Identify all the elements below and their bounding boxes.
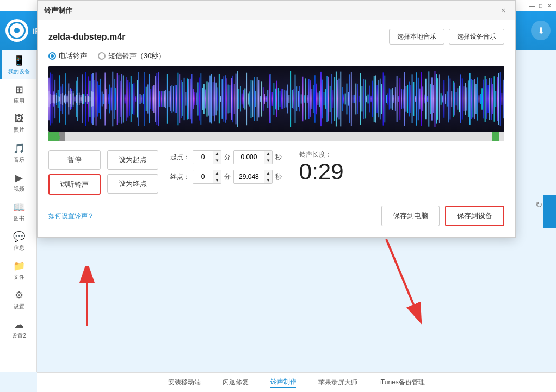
bottom-item-screen-recorder[interactable]: 苹果录屏大师: [318, 378, 357, 387]
duration-value: 0:29: [299, 160, 344, 183]
sidebar-files-label: 文件: [14, 273, 24, 281]
sidebar-music-label: 音乐: [14, 156, 24, 164]
start-sec-arrows: ▲ ▼: [264, 150, 272, 164]
waveform-container[interactable]: [48, 66, 504, 132]
sidebar-music-icon: 🎵: [13, 142, 25, 154]
time-label-start: 0:00: [50, 135, 60, 141]
close-button[interactable]: ×: [545, 1, 554, 10]
end-sec-arrows: ▲ ▼: [264, 170, 272, 184]
footer-buttons: 保存到电脑 保存到设备: [381, 206, 504, 226]
sidebar-photos-icon: 🖼: [14, 113, 24, 125]
bottom-item-install-mobile[interactable]: 安装移动端: [168, 378, 201, 387]
ringtone-dialog: 铃声制作 × zelda-dubstep.m4r 选择本地音乐 选择设备音乐 电…: [37, 0, 516, 238]
btn-pause[interactable]: 暂停: [48, 150, 101, 170]
dialog-close-button[interactable]: ×: [498, 5, 509, 16]
download-button[interactable]: ⬇: [531, 21, 551, 40]
sidebar-ebook-icon: 📖: [13, 201, 25, 213]
sidebar-ebook-label: 图书: [14, 215, 24, 222]
help-link[interactable]: 如何设置铃声？: [48, 211, 94, 221]
end-min-arrows: ▲ ▼: [213, 170, 221, 184]
end-time-row: 终点： ▲ ▼ 分 ▲ ▼: [170, 170, 282, 184]
sidebar-video-icon: ▶: [15, 172, 23, 184]
sidebar-apps-label: 应用: [14, 97, 24, 105]
logo-inner: [8, 22, 26, 39]
radio-phone-label: 电话铃声: [59, 51, 87, 61]
sidebar-item-icloud[interactable]: ☁ 设置2: [0, 314, 36, 344]
dialog-header: 铃声制作 ×: [38, 1, 515, 20]
sidebar-settings-icon: ⚙: [15, 289, 23, 301]
start-label: 起点：: [170, 153, 190, 162]
btn-save-device[interactable]: 保存到设备: [445, 206, 504, 226]
controls-row: 暂停 试听铃声 设为起点 设为终点 起点： ▲ ▼: [48, 150, 504, 195]
sidebar-item-my-device[interactable]: 📱 我的设备: [0, 50, 36, 79]
start-min-down[interactable]: ▼: [213, 157, 221, 164]
duration-area: 铃声长度： 0:29: [299, 150, 344, 183]
radio-phone-indicator: [48, 52, 56, 60]
radio-row: 电话铃声 短信铃声（30秒）: [48, 51, 504, 61]
start-sec-spinbox[interactable]: ▲ ▼: [233, 150, 273, 164]
logo-eye: [14, 28, 20, 33]
end-min-value[interactable]: [193, 170, 213, 184]
sidebar-item-apps[interactable]: ⊞ 应用: [0, 79, 36, 109]
end-sec-down[interactable]: ▼: [264, 177, 272, 184]
end-min-down[interactable]: ▼: [213, 177, 221, 184]
end-sec-spinbox[interactable]: ▲ ▼: [233, 170, 273, 184]
sidebar-item-message[interactable]: 💬 信息: [0, 226, 36, 256]
radio-phone-ringtone[interactable]: 电话铃声: [48, 51, 87, 61]
btn-device-music[interactable]: 选择设备音乐: [449, 29, 504, 45]
sidebar-item-settings[interactable]: ⚙ 设置: [0, 285, 36, 314]
end-min-up[interactable]: ▲: [213, 170, 221, 177]
logo-icon: [5, 19, 28, 42]
start-min-spinbox[interactable]: ▲ ▼: [193, 150, 221, 164]
btn-set-end[interactable]: 设为终点: [107, 174, 158, 194]
end-min-spinbox[interactable]: ▲ ▼: [193, 170, 221, 184]
btn-local-music[interactable]: 选择本地音乐: [389, 29, 444, 45]
sidebar-item-photos[interactable]: 🖼 照片: [0, 109, 36, 138]
bottom-item-itunes-backup[interactable]: iTunes备份管理: [379, 378, 425, 387]
sidebar-item-files[interactable]: 📁 文件: [0, 256, 36, 285]
end-sec-up[interactable]: ▲: [264, 170, 272, 177]
end-min-unit: 分: [224, 172, 231, 182]
restore-button[interactable]: □: [536, 1, 545, 10]
sidebar: 📱 我的设备 ⊞ 应用 🖼 照片 🎵 音乐 ▶ 视频 📖 图书 💬 信息 📁 文…: [0, 50, 37, 372]
sidebar-files-icon: 📁: [13, 260, 25, 272]
end-label: 终点：: [170, 172, 190, 182]
start-sec-down[interactable]: ▼: [264, 157, 272, 164]
dialog-body: zelda-dubstep.m4r 选择本地音乐 选择设备音乐 电话铃声 短信铃…: [38, 20, 515, 237]
set-point-buttons: 设为起点 设为终点: [107, 150, 158, 194]
start-time-row: 起点： ▲ ▼ 分 ▲ ▼: [170, 150, 282, 164]
sidebar-video-label: 视频: [14, 185, 24, 193]
sidebar-device-icon: 📱: [13, 54, 25, 66]
dialog-title: 铃声制作: [44, 5, 72, 15]
duration-label: 铃声长度：: [299, 150, 332, 159]
time-inputs: 起点： ▲ ▼ 分 ▲ ▼: [170, 150, 282, 184]
btn-save-pc[interactable]: 保存到电脑: [381, 206, 440, 226]
minimize-button[interactable]: —: [528, 1, 536, 10]
btn-preview[interactable]: 试听铃声: [48, 174, 101, 195]
start-min-value[interactable]: [193, 150, 213, 164]
sidebar-photos-label: 照片: [14, 126, 24, 134]
start-min-up[interactable]: ▲: [213, 150, 221, 157]
playback-buttons: 暂停 试听铃声: [48, 150, 101, 195]
sidebar-my-device-label: 我的设备: [8, 68, 30, 76]
end-sec-value[interactable]: [234, 170, 264, 184]
right-edge-panel[interactable]: [543, 195, 556, 228]
sidebar-icloud-icon: ☁: [14, 319, 24, 331]
sidebar-icloud-label: 设置2: [12, 332, 26, 340]
start-sec-value[interactable]: [234, 150, 264, 164]
sidebar-item-ebook[interactable]: 📖 图书: [0, 197, 36, 226]
btn-set-start[interactable]: 设为起点: [107, 150, 158, 170]
start-sec-up[interactable]: ▲: [264, 150, 272, 157]
bottom-item-ringtone[interactable]: 铃声制作: [270, 377, 296, 388]
bottom-item-crash-fix[interactable]: 闪退修复: [223, 378, 249, 387]
waveform-canvas: [48, 66, 504, 132]
start-min-unit: 分: [224, 153, 231, 162]
sidebar-message-label: 信息: [14, 244, 24, 252]
progress-bar[interactable]: 0:00: [48, 132, 504, 141]
sidebar-settings-label: 设置: [14, 303, 24, 310]
radio-sms-indicator: [98, 52, 106, 60]
radio-sms-ringtone[interactable]: 短信铃声（30秒）: [98, 51, 165, 61]
sidebar-item-music[interactable]: 🎵 音乐: [0, 138, 36, 167]
sidebar-item-video[interactable]: ▶ 视频: [0, 167, 36, 197]
radio-sms-label: 短信铃声（30秒）: [108, 51, 165, 61]
